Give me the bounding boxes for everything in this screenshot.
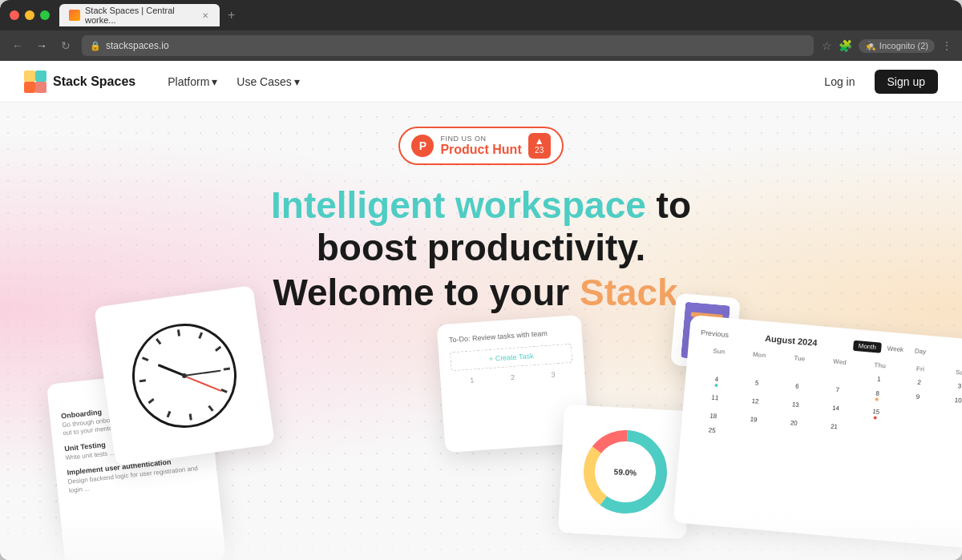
cal-day-5[interactable]: 5 (736, 374, 777, 395)
cal-day-empty-13 (853, 436, 894, 453)
close-button[interactable] (10, 10, 19, 20)
todo-label: To-Do: Review tasks with team (449, 327, 572, 345)
cal-day-empty-14 (893, 440, 934, 457)
tab-favicon (69, 10, 80, 21)
maximize-button[interactable] (40, 10, 50, 20)
clock-center (182, 373, 188, 379)
cal-dot-4 (714, 384, 717, 387)
calendar-previous[interactable]: Previous (701, 328, 730, 339)
bookmark-icon[interactable]: ☆ (822, 39, 832, 52)
hero-section: P FIND US ON Product Hunt ▲ 23 Intellige… (0, 103, 962, 560)
incognito-label: Incognito (2) (879, 41, 928, 50)
browser-window: Stack Spaces | Central worke... ✕ + ← → … (0, 0, 962, 560)
ph-upvote-button[interactable]: ▲ 23 (528, 133, 551, 159)
cal-dot-15 (874, 416, 877, 419)
address-actions: ☆ 🧩 🕵 Incognito (2) ⋮ (822, 39, 952, 53)
clock-tick-1 (198, 332, 203, 340)
extensions-icon[interactable]: 🧩 (839, 39, 852, 52)
task-num-1: 1 (470, 376, 475, 384)
cal-day-15[interactable]: 15 (855, 403, 896, 424)
platform-chevron: ▾ (212, 75, 217, 88)
cal-day-empty-15 (933, 443, 962, 460)
calendar-month-year: August 2024 (765, 333, 818, 348)
cal-day-4[interactable]: 4 (696, 371, 737, 392)
dashboard-preview: Pending Onboarding Go through onboarding… (0, 280, 962, 560)
cal-day-view[interactable]: Day (909, 345, 931, 357)
svg-rect-1 (35, 71, 46, 82)
clock-card (94, 285, 275, 466)
product-hunt-text: FIND US ON Product Hunt (440, 135, 521, 157)
cal-day-11[interactable]: 11 (694, 389, 735, 410)
cal-day-empty-12 (813, 433, 854, 449)
donut-percentage-text: 59.0% (614, 467, 637, 477)
minute-hand (184, 370, 221, 377)
clock-tick-6 (188, 413, 192, 420)
site-logo[interactable]: Stack Spaces (24, 71, 135, 93)
login-button[interactable]: Log in (814, 71, 864, 93)
svg-rect-3 (35, 82, 46, 93)
calendar-card: Previous August 2024 Month Week Day Next… (673, 315, 962, 549)
task-num-2: 2 (511, 373, 515, 381)
minimize-button[interactable] (25, 10, 34, 20)
cal-day-9[interactable]: 9 (897, 389, 938, 409)
tab-bar: Stack Spaces | Central worke... ✕ + (59, 4, 952, 26)
tab-close-button[interactable]: ✕ (200, 10, 210, 21)
cal-day-12[interactable]: 12 (734, 393, 775, 413)
ph-name-label: Product Hunt (440, 143, 521, 157)
reload-button[interactable]: ↻ (58, 39, 74, 52)
cal-month-view[interactable]: Month (853, 340, 881, 353)
webpage: Stack Spaces Platform ▾ Use Cases ▾ Log … (0, 61, 962, 560)
cal-week-view[interactable]: Week (882, 343, 908, 356)
platform-label: Platform (168, 75, 209, 88)
clock-tick-5 (208, 405, 213, 412)
nav-actions: Log in Sign up (814, 70, 938, 94)
cal-day-25[interactable]: 25 (692, 422, 733, 439)
donut-chart: 59.0% (575, 421, 676, 522)
task-num-3: 3 (551, 370, 556, 378)
menu-icon[interactable]: ⋮ (941, 39, 952, 52)
second-hand (184, 375, 222, 391)
ph-find-us-label: FIND US ON (440, 135, 521, 143)
svg-rect-0 (24, 82, 35, 93)
new-tab-button[interactable]: + (223, 6, 240, 24)
window-controls (10, 10, 50, 20)
use-cases-nav-link[interactable]: Use Cases ▾ (228, 71, 307, 93)
donut-card: 59.0% (558, 405, 693, 539)
platform-nav-link[interactable]: Platform ▾ (160, 71, 225, 93)
cal-day-8[interactable]: 8 (857, 385, 898, 405)
site-nav: Stack Spaces Platform ▾ Use Cases ▾ Log … (0, 61, 962, 103)
nav-links: Platform ▾ Use Cases ▾ (160, 71, 308, 93)
clock-tick-12 (176, 329, 180, 336)
cal-day-empty-10 (732, 425, 773, 442)
tab-title: Stack Spaces | Central worke... (85, 6, 195, 25)
forward-button[interactable]: → (34, 39, 50, 52)
signup-button[interactable]: Sign up (875, 70, 938, 94)
ph-upvote-count: 23 (535, 146, 544, 155)
calendar-grid: Sun Mon Tue Wed Thu Fri Sat 1 2 (692, 344, 962, 460)
clock-tick-7 (166, 411, 171, 418)
cal-day-7[interactable]: 7 (817, 381, 858, 402)
title-bar: Stack Spaces | Central worke... ✕ + (0, 0, 962, 30)
incognito-icon: 🕵 (865, 41, 876, 51)
hour-hand (157, 364, 185, 377)
product-hunt-badge[interactable]: P FIND US ON Product Hunt ▲ 23 (398, 127, 563, 165)
cal-dot-8 (875, 397, 879, 401)
product-hunt-logo: P (411, 135, 434, 157)
cal-day-empty-5 (895, 407, 936, 428)
lock-icon: 🔒 (90, 41, 101, 51)
active-tab[interactable]: Stack Spaces | Central worke... ✕ (59, 4, 220, 26)
url-bar[interactable]: 🔒 stackspaces.io (82, 35, 814, 56)
cal-day-empty-11 (772, 429, 813, 445)
back-button[interactable]: ← (10, 39, 26, 52)
url-text: stackspaces.io (106, 40, 169, 51)
cal-day-13[interactable]: 13 (775, 397, 816, 417)
clock-tick-3 (223, 368, 229, 371)
clock-tick-9 (139, 379, 145, 382)
cal-day-6[interactable]: 6 (777, 378, 818, 399)
cal-day-14[interactable]: 14 (815, 400, 856, 421)
cal-day-10[interactable]: 10 (937, 392, 962, 413)
create-task-button[interactable]: + Create Task (450, 343, 572, 371)
use-cases-chevron: ▾ (294, 75, 300, 88)
calendar-view-buttons: Month Week Day (853, 340, 932, 357)
address-bar: ← → ↻ 🔒 stackspaces.io ☆ 🧩 🕵 Incognito (… (0, 30, 962, 61)
